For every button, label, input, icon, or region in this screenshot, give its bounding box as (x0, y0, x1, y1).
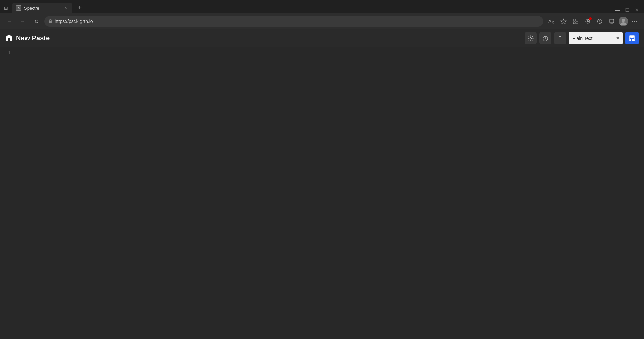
window-controls: — ❐ ✕ (614, 7, 644, 13)
tab-overview-button[interactable]: ⊞ (3, 5, 9, 11)
browser-menu-button[interactable]: ⋯ (629, 16, 640, 27)
browser-tab-active[interactable]: S Spectre × (12, 3, 72, 13)
language-select-wrapper[interactable]: Plain Text JavaScript Python HTML CSS JS… (569, 32, 623, 44)
history-button[interactable] (594, 16, 605, 27)
tab-bar-left: ⊞ S Spectre × + (3, 3, 85, 13)
browser-frame: ⊞ S Spectre × + — ❐ ✕ ← → ↻ https://pst.… (0, 0, 644, 339)
svg-point-14 (622, 19, 625, 22)
svg-rect-15 (8, 38, 10, 41)
collections-button[interactable] (606, 16, 617, 27)
svg-point-10 (587, 20, 589, 22)
address-text: https://pst.klgrth.io (55, 19, 539, 24)
svg-rect-12 (610, 19, 614, 23)
tab-title: Spectre (24, 6, 60, 11)
extensions-button[interactable] (570, 16, 581, 27)
back-button[interactable]: ← (4, 16, 15, 27)
header-tools: Plain Text JavaScript Python HTML CSS JS… (525, 32, 639, 44)
editor-content[interactable] (13, 47, 644, 339)
address-lock-icon (48, 19, 53, 24)
svg-rect-8 (576, 22, 578, 24)
address-bar[interactable]: https://pst.klgrth.io (44, 16, 543, 27)
line-numbers: 1 (0, 47, 13, 339)
close-button[interactable]: ✕ (633, 7, 640, 13)
home-icon[interactable] (5, 34, 13, 42)
expiry-tool-button[interactable] (539, 32, 551, 44)
svg-rect-6 (576, 19, 578, 21)
line-number-1: 1 (0, 50, 11, 56)
svg-rect-7 (573, 22, 575, 24)
restore-button[interactable]: ❐ (624, 7, 631, 13)
tab-favicon: S (16, 5, 21, 11)
reload-button[interactable]: ↻ (31, 16, 42, 27)
svg-rect-17 (558, 38, 562, 41)
minimize-button[interactable]: — (614, 7, 621, 13)
svg-rect-19 (630, 36, 634, 38)
favorites-button[interactable] (558, 16, 569, 27)
app-content: New Paste Plain Text Jav (0, 29, 644, 339)
svg-rect-21 (631, 39, 632, 41)
svg-rect-5 (573, 19, 575, 21)
tab-close-button[interactable]: × (63, 5, 68, 11)
privacy-tool-button[interactable] (554, 32, 566, 44)
svg-text:S: S (18, 7, 20, 10)
page-title: New Paste (16, 34, 525, 42)
editor-area: 1 (0, 47, 644, 339)
language-select[interactable]: Plain Text JavaScript Python HTML CSS JS… (569, 32, 623, 44)
save-button[interactable] (625, 32, 639, 44)
recording-button[interactable] (582, 16, 593, 27)
nav-bar-right: Aあ (546, 16, 640, 27)
svg-text:あ: あ (551, 20, 554, 24)
translate-button[interactable]: Aあ (546, 16, 557, 27)
svg-rect-2 (49, 21, 52, 23)
profile-button[interactable] (619, 17, 628, 26)
settings-tool-button[interactable] (525, 32, 537, 44)
new-tab-button[interactable]: + (75, 3, 85, 13)
forward-button[interactable]: → (17, 16, 28, 27)
nav-bar: ← → ↻ https://pst.klgrth.io Aあ (0, 13, 644, 29)
app-header: New Paste Plain Text Jav (0, 29, 644, 47)
tab-bar: ⊞ S Spectre × + — ❐ ✕ (0, 0, 644, 13)
